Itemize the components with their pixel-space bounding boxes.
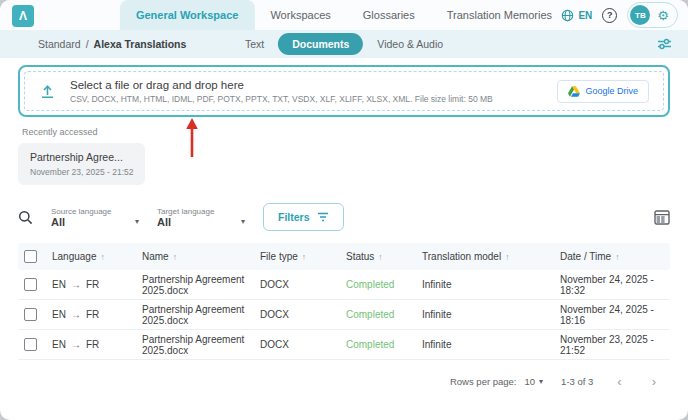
breadcrumb-current: Alexa Translations — [94, 38, 187, 50]
globe-icon — [561, 9, 574, 22]
recent-file-card[interactable]: Partnership Agree... November 23, 2025 -… — [18, 143, 145, 185]
target-language-value: All — [157, 216, 171, 228]
column-header-translation-model[interactable]: Translation model↑ — [422, 251, 560, 262]
tab-documents[interactable]: Documents — [278, 33, 363, 55]
filter-row: Source language All ▾ Target language Al… — [18, 201, 670, 233]
app-window: Λ General Workspace Workspaces Glossarie… — [0, 0, 688, 420]
language-cell: EN → FR — [52, 309, 142, 320]
arrow-right-icon: → — [71, 309, 81, 320]
upload-dropzone-inner: Select a file or drag and drop here CSV,… — [24, 71, 664, 111]
column-settings-icon[interactable] — [654, 210, 670, 225]
sort-asc-icon: ↑ — [615, 252, 619, 262]
language-cell: EN → FR — [52, 339, 142, 350]
date-cell: November 23, 2025 - 21:52 — [560, 334, 670, 356]
table-header-row: Language↑ Name↑ File type↑ Status↑ Trans… — [18, 243, 670, 270]
recent-file-title: Partnership Agree... — [30, 151, 133, 163]
breadcrumb: Standard / Alexa Translations — [38, 38, 186, 50]
avatar[interactable]: TB — [630, 5, 650, 25]
column-header-status[interactable]: Status↑ — [346, 251, 422, 262]
annotation-arrow-red — [184, 117, 200, 159]
recently-accessed-label: Recently accessed — [22, 127, 670, 137]
date-cell: November 24, 2025 - 18:32 — [560, 274, 670, 296]
arrow-right-icon: → — [71, 279, 81, 290]
table-row[interactable]: EN → FR Partnership Agreement 2025.docx … — [18, 330, 670, 360]
column-header-date-time[interactable]: Date / Time↑ — [560, 251, 670, 262]
pagination-range: 1-3 of 3 — [561, 376, 593, 387]
language-code: EN — [578, 10, 592, 21]
date-cell: November 24, 2025 - 18:16 — [560, 304, 670, 326]
table-body: EN → FR Partnership Agreement 2025.docx … — [18, 270, 670, 360]
tab-workspaces[interactable]: Workspaces — [254, 0, 346, 30]
file-name-cell: Partnership Agreement 2025.docx — [142, 274, 260, 296]
help-button[interactable]: ? — [602, 8, 617, 23]
gear-icon[interactable]: ⚙ — [657, 9, 669, 22]
status-badge: Completed — [346, 279, 422, 290]
language-cell: EN → FR — [52, 279, 142, 290]
logo-lambda-icon: Λ — [19, 9, 27, 23]
main-tab-bar: General Workspace Workspaces Glossaries … — [120, 0, 568, 30]
settings-sliders-icon[interactable] — [657, 37, 672, 51]
target-language-label: Target language — [157, 207, 245, 216]
file-name-cell: Partnership Agreement 2025.docx — [142, 334, 260, 356]
question-icon: ? — [607, 10, 613, 20]
upload-dropzone[interactable]: Select a file or drag and drop here CSV,… — [18, 65, 670, 117]
search-icon[interactable] — [18, 210, 33, 225]
rows-per-page-select[interactable]: 10 ▾ — [525, 376, 544, 387]
upload-text: Select a file or drag and drop here CSV,… — [70, 79, 493, 104]
model-cell: Infinite — [422, 309, 560, 320]
breadcrumb-separator: / — [86, 38, 89, 50]
sort-asc-icon: ↑ — [101, 252, 105, 262]
tab-translation-memories[interactable]: Translation Memories — [431, 0, 568, 30]
google-drive-label: Google Drive — [585, 86, 638, 96]
profile-pill: TB ⚙ — [627, 2, 678, 28]
recent-file-date: November 23, 2025 - 21:52 — [30, 167, 133, 177]
filter-list-icon — [317, 212, 329, 222]
header-actions: EN ? TB ⚙ — [561, 0, 678, 30]
source-language-dropdown[interactable]: Source language All ▾ — [51, 207, 139, 228]
chevron-down-icon: ▾ — [241, 217, 245, 226]
file-type-cell: DOCX — [260, 279, 346, 290]
content-type-tabs: Text Documents Video & Audio — [245, 33, 443, 55]
sort-asc-icon: ↑ — [173, 252, 177, 262]
previous-page-button[interactable]: ‹ — [611, 374, 627, 389]
chevron-down-icon: ▾ — [135, 217, 139, 226]
file-name-cell: Partnership Agreement 2025.docx — [142, 304, 260, 326]
column-header-file-type[interactable]: File type↑ — [260, 251, 346, 262]
tab-general-workspace[interactable]: General Workspace — [120, 0, 255, 30]
model-cell: Infinite — [422, 279, 560, 290]
filters-button-label: Filters — [278, 211, 310, 223]
column-header-name[interactable]: Name↑ — [142, 251, 260, 262]
table-row[interactable]: EN → FR Partnership Agreement 2025.docx … — [18, 300, 670, 330]
pagination-bar: Rows per page: 10 ▾ 1-3 of 3 ‹ › — [0, 374, 662, 389]
chevron-down-icon: ▾ — [539, 377, 543, 386]
next-page-button[interactable]: › — [646, 374, 662, 389]
ui-language-selector[interactable]: EN — [561, 9, 592, 22]
upload-formats: CSV, DOCX, HTM, HTML, IDML, PDF, POTX, P… — [70, 94, 493, 104]
select-all-checkbox[interactable] — [24, 250, 37, 263]
tab-video-audio[interactable]: Video & Audio — [377, 38, 443, 50]
rows-per-page: Rows per page: 10 ▾ — [450, 376, 543, 387]
breadcrumb-root[interactable]: Standard — [38, 38, 81, 50]
top-header: Λ General Workspace Workspaces Glossarie… — [0, 0, 688, 30]
target-language-dropdown[interactable]: Target language All ▾ — [157, 207, 245, 228]
filters-button[interactable]: Filters — [263, 203, 344, 231]
row-checkbox[interactable] — [24, 308, 37, 321]
app-logo[interactable]: Λ — [12, 5, 34, 27]
sort-asc-icon: ↑ — [302, 252, 306, 262]
google-drive-button[interactable]: Google Drive — [557, 80, 649, 103]
table-row[interactable]: EN → FR Partnership Agreement 2025.docx … — [18, 270, 670, 300]
sort-asc-icon: ↑ — [378, 252, 382, 262]
source-language-label: Source language — [51, 207, 139, 216]
source-language-value: All — [51, 216, 65, 228]
column-header-language[interactable]: Language↑ — [52, 251, 142, 262]
google-drive-icon — [568, 86, 580, 97]
row-checkbox[interactable] — [24, 278, 37, 291]
row-checkbox[interactable] — [24, 338, 37, 351]
file-type-cell: DOCX — [260, 309, 346, 320]
rows-per-page-label: Rows per page: — [450, 376, 517, 387]
status-badge: Completed — [346, 309, 422, 320]
arrow-right-icon: → — [71, 339, 81, 350]
tab-glossaries[interactable]: Glossaries — [347, 0, 431, 30]
model-cell: Infinite — [422, 339, 560, 350]
tab-text[interactable]: Text — [245, 38, 264, 50]
